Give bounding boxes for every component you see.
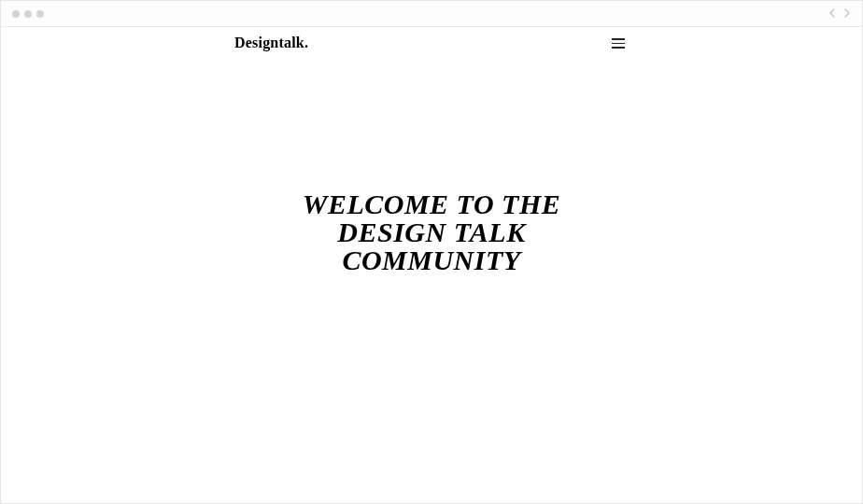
window-controls — [12, 10, 44, 18]
browser-nav — [828, 7, 851, 21]
page-viewport: Designtalk. WELCOME TO THE DESIGN TALK C… — [1, 27, 862, 503]
hamburger-icon — [612, 43, 625, 45]
minimize-window-icon[interactable] — [24, 10, 32, 18]
maximize-window-icon[interactable] — [36, 10, 44, 18]
browser-chrome — [1, 1, 862, 27]
brand-logo[interactable]: Designtalk. — [234, 35, 308, 51]
hero-title: WELCOME TO THE DESIGN TALK COMMUNITY — [1, 190, 862, 274]
forward-button[interactable] — [843, 7, 851, 21]
close-window-icon[interactable] — [12, 10, 20, 18]
page-header: Designtalk. — [1, 35, 862, 52]
hamburger-icon — [612, 38, 625, 40]
menu-button[interactable] — [608, 35, 629, 52]
back-button[interactable] — [828, 7, 836, 21]
browser-frame: Designtalk. WELCOME TO THE DESIGN TALK C… — [0, 0, 863, 504]
hero-section: WELCOME TO THE DESIGN TALK COMMUNITY — [1, 190, 862, 274]
hamburger-icon — [612, 47, 625, 49]
